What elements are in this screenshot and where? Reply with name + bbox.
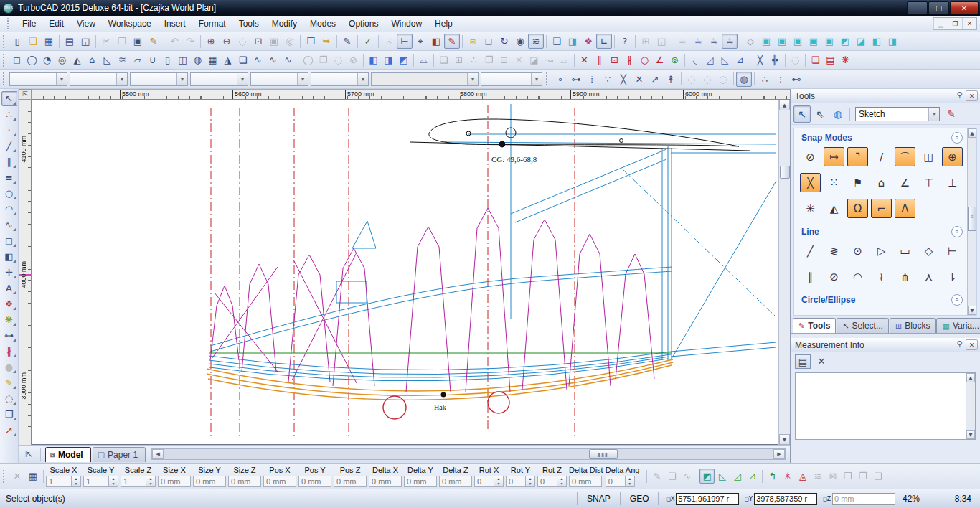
cube-view-icon[interactable]: ◻: [481, 34, 496, 49]
scroll-left-arrow[interactable]: ◀: [152, 449, 164, 459]
render-manager-icon[interactable]: ≋: [528, 34, 544, 49]
maximize-button[interactable]: ▢: [928, 1, 949, 14]
combo-arrow-icon[interactable]: ▾: [297, 73, 308, 85]
horizontal-ruler[interactable]: 5500 mm5600 mm5700 mm5800 mm5900 mm6000 …: [32, 89, 790, 100]
y-coordinate-input[interactable]: [754, 493, 817, 505]
view-bottom-icon[interactable]: ◪: [853, 34, 869, 49]
field-input[interactable]: [439, 476, 472, 487]
mdi-restore-button[interactable]: ❐: [948, 18, 962, 29]
field-input[interactable]: [537, 476, 557, 487]
lsnap-cross-icon[interactable]: ✕: [631, 72, 647, 87]
snap-tangent-icon[interactable]: ∠: [895, 173, 915, 192]
line-parallel-icon[interactable]: ∥: [800, 267, 821, 286]
trim-icon[interactable]: ✕: [577, 52, 592, 67]
lsnap-point-icon[interactable]: ∘: [552, 72, 568, 87]
cylinder-icon[interactable]: ▯: [160, 52, 175, 67]
vertical-scrollbar[interactable]: ▲ ▼: [778, 100, 790, 445]
menu-item-tools[interactable]: Tools: [232, 17, 265, 31]
snap-bisector-icon[interactable]: Λ: [895, 199, 915, 218]
view-right-icon[interactable]: ▣: [821, 34, 837, 49]
box-3d-icon[interactable]: ◻: [9, 52, 24, 67]
render-hidden-line-icon[interactable]: ☕: [690, 34, 706, 49]
menu-item-workspace[interactable]: Workspace: [102, 17, 158, 31]
field-spinner[interactable]: ▲▼: [72, 476, 81, 487]
lsnap-tangent-icon[interactable]: ↟: [663, 72, 679, 87]
insp-wp-icon[interactable]: ◺: [715, 469, 730, 484]
chamfer-c-icon[interactable]: ⊿: [732, 52, 748, 67]
spiral-sweep-icon[interactable]: ∿: [281, 52, 296, 67]
menu-item-help[interactable]: Help: [428, 17, 459, 31]
close-button[interactable]: ✕: [950, 1, 979, 14]
clip-plane-icon[interactable]: ◧: [428, 34, 444, 49]
box-trim-icon[interactable]: ⊡: [607, 52, 622, 67]
line-angular-icon[interactable]: ⋏: [918, 267, 939, 286]
ruler-origin-button[interactable]: ⇱: [19, 89, 32, 100]
field-input[interactable]: [263, 476, 296, 487]
menu-item-modes[interactable]: Modes: [303, 17, 342, 31]
tab-variables[interactable]: ▦ Varia...: [936, 318, 980, 333]
field-input[interactable]: [121, 476, 146, 487]
view-ne-iso-icon[interactable]: ◨: [885, 34, 900, 49]
zoom-extents-icon[interactable]: ⊡: [250, 34, 266, 49]
snap-arc-center-icon[interactable]: ⌒: [895, 147, 915, 166]
view-top-icon[interactable]: ◩: [837, 34, 853, 49]
combo-arrow-icon[interactable]: ▾: [928, 108, 939, 121]
lsnap-a-icon[interactable]: ∴: [757, 72, 773, 87]
zoom-level[interactable]: 42%: [903, 494, 936, 504]
field-input[interactable]: [228, 476, 261, 487]
scroll-up-arrow[interactable]: ▲: [779, 100, 790, 110]
menu-item-view[interactable]: View: [70, 17, 102, 31]
circle-tool-icon[interactable]: ○: [1, 186, 17, 201]
line-perp-arc-icon[interactable]: ⋔: [895, 267, 915, 286]
mdi-minimize-button[interactable]: ▁: [933, 18, 948, 29]
snap-magnetic-icon[interactable]: Ω: [847, 199, 868, 218]
x-coordinate-input[interactable]: [676, 493, 739, 505]
modify-tool-icon[interactable]: ∦: [1, 344, 17, 359]
double-line-tool-icon[interactable]: ∥: [1, 154, 17, 169]
rotate-sweep-icon[interactable]: ∿: [250, 52, 265, 67]
open-file-icon[interactable]: ❏: [25, 34, 41, 49]
help-select-icon[interactable]: ?: [617, 34, 633, 49]
make-group-icon[interactable]: ❏: [808, 52, 823, 67]
new-file-icon[interactable]: ▯: [9, 34, 25, 49]
menu-grip[interactable]: [7, 18, 10, 29]
toolbar-grip[interactable]: [3, 35, 6, 48]
horizontal-scroll-thumb[interactable]: ▮▮▮: [589, 449, 618, 459]
view-sw-iso-icon[interactable]: ◧: [869, 34, 885, 49]
field-input[interactable]: [404, 476, 437, 487]
insp-back-arrow-icon[interactable]: ↰: [765, 469, 780, 484]
z-coordinate-input[interactable]: [832, 493, 895, 505]
snap-intersection-icon[interactable]: ╳: [800, 173, 821, 192]
circle-box-icon[interactable]: ⊚: [667, 52, 682, 67]
scroll-down-arrow[interactable]: ▼: [779, 434, 790, 445]
paper-sheet-icon[interactable]: ❑: [549, 34, 565, 49]
angle-line-icon[interactable]: ∠: [652, 52, 667, 67]
toolbar-grip[interactable]: [3, 72, 6, 85]
inspector-calc-icon[interactable]: ▦: [25, 469, 41, 484]
snap-facet-icon[interactable]: ◫: [918, 147, 939, 166]
view-front-icon[interactable]: ▣: [774, 34, 790, 49]
tab-blocks[interactable]: ⊞ Blocks: [890, 318, 936, 333]
geo-toggle[interactable]: GEO: [626, 494, 654, 504]
scroll-down-arrow[interactable]: ▼: [968, 306, 976, 315]
snap-vertex-icon[interactable]: ⌝: [847, 147, 868, 166]
menu-item-modify[interactable]: Modify: [265, 17, 303, 31]
sheet-extrude-icon[interactable]: ❏: [235, 52, 250, 67]
line-tangent-2arc-icon[interactable]: ≀: [871, 267, 892, 286]
lsnap-divide-icon[interactable]: ⁞: [584, 72, 600, 87]
coordinate-system-icon[interactable]: ⊢: [397, 34, 413, 49]
boolean-union-icon[interactable]: ◧: [366, 52, 381, 67]
boolean-subtract-icon[interactable]: ◨: [381, 52, 396, 67]
panel-edit-icon[interactable]: ⇖: [811, 105, 829, 123]
property-combo-5[interactable]: ▾: [311, 72, 369, 86]
combo-arrow-icon[interactable]: ▾: [116, 73, 127, 85]
field-input[interactable]: [83, 476, 109, 487]
tank-icon[interactable]: ◫: [175, 52, 190, 67]
field-spinner[interactable]: ▲▼: [526, 476, 535, 487]
paste-icon[interactable]: ▣: [130, 34, 146, 49]
rail-sweep-icon[interactable]: ∿: [265, 52, 281, 67]
print-preview-icon[interactable]: ◲: [77, 34, 93, 49]
toolbar-grip[interactable]: [3, 470, 6, 483]
property-combo-3[interactable]: ▾: [190, 72, 248, 86]
menu-item-insert[interactable]: Insert: [158, 17, 192, 31]
